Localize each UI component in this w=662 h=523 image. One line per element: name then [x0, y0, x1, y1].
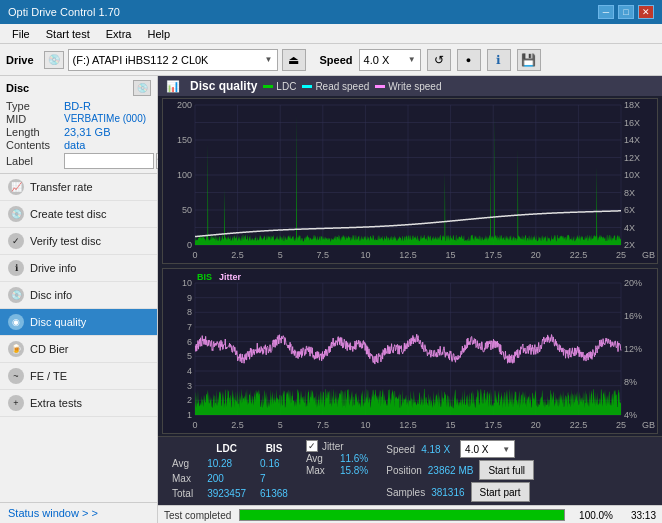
speed-value: 4.0 X	[364, 54, 390, 66]
left-panel: Disc 💿 Type BD-R MID VERBATIMe (000) Len…	[0, 76, 158, 523]
jitter-max-row: Max 15.8%	[306, 465, 368, 476]
length-value: 23,31 GB	[64, 126, 110, 138]
save-button[interactable]: 💾	[517, 49, 541, 71]
create-test-disc-icon: 💿	[8, 206, 24, 222]
nav-label-drive-info: Drive info	[30, 262, 76, 274]
jitter-max-label: Max	[306, 465, 336, 476]
write-speed-label: Write speed	[388, 81, 441, 92]
status-window-link[interactable]: Status window > >	[0, 502, 157, 523]
jitter-section: ✓ Jitter Avg 11.6% Max 15.8%	[306, 440, 368, 476]
start-full-button[interactable]: Start full	[479, 460, 534, 480]
stats-avg-row: Avg 10.28 0.16	[166, 457, 294, 470]
sidebar-item-create-test-disc[interactable]: 💿 Create test disc	[0, 201, 157, 228]
stats-table: LDC BIS Avg 10.28 0.16 Max 200 7 Total 3…	[164, 440, 296, 502]
speed-stat-value: 4.18 X	[421, 444, 450, 455]
sidebar-item-fe-te[interactable]: ~ FE / TE	[0, 363, 157, 390]
close-button[interactable]: ✕	[638, 5, 654, 19]
avg-label: Avg	[166, 457, 199, 470]
record-button[interactable]: ●	[457, 49, 481, 71]
nav-label-fe-te: FE / TE	[30, 370, 67, 382]
position-row: Position 23862 MB Start full	[386, 460, 534, 480]
stats-total-row: Total 3923457 61368	[166, 487, 294, 500]
info-button[interactable]: ℹ	[487, 49, 511, 71]
speed-chevron: ▼	[408, 55, 416, 64]
status-window-label: Status window > >	[8, 507, 98, 519]
legend-ldc: LDC	[263, 81, 296, 92]
max-ldc: 200	[201, 472, 252, 485]
menu-start-test[interactable]: Start test	[38, 27, 98, 41]
eject-button[interactable]: ⏏	[282, 49, 306, 71]
sidebar-item-transfer-rate[interactable]: 📈 Transfer rate	[0, 174, 157, 201]
chart-title: Disc quality	[190, 79, 257, 93]
start-part-button[interactable]: Start part	[471, 482, 530, 502]
drive-info-icon: ℹ	[8, 260, 24, 276]
progress-bar-area: Test completed 100.0% 33:13	[158, 505, 662, 523]
disc-section: Disc 💿 Type BD-R MID VERBATIMe (000) Len…	[0, 76, 157, 174]
jitter-avg-label: Avg	[306, 453, 336, 464]
sidebar-item-disc-quality[interactable]: ◉ Disc quality	[0, 309, 157, 336]
nav-label-verify-test-disc: Verify test disc	[30, 235, 101, 247]
avg-ldc: 10.28	[201, 457, 252, 470]
time-elapsed: 33:13	[621, 510, 656, 521]
sidebar-item-drive-info[interactable]: ℹ Drive info	[0, 255, 157, 282]
disc-label-row: Label ✎	[6, 153, 151, 169]
label-input[interactable]	[64, 153, 154, 169]
max-label: Max	[166, 472, 199, 485]
window-controls: ─ □ ✕	[598, 5, 654, 19]
jitter-checkbox[interactable]: ✓	[306, 440, 318, 452]
sidebar-item-disc-info[interactable]: 💿 Disc info	[0, 282, 157, 309]
mid-value: VERBATIMe (000)	[64, 113, 146, 125]
disc-image-icon: 💿	[133, 80, 151, 96]
menu-extra[interactable]: Extra	[98, 27, 140, 41]
ldc-col-header: LDC	[201, 442, 252, 455]
mid-label: MID	[6, 113, 64, 125]
chart1-canvas	[163, 99, 657, 263]
jitter-avg-row: Avg 11.6%	[306, 453, 368, 464]
cd-bier-icon: 🍺	[8, 341, 24, 357]
toolbar: Drive 💿 (F:) ATAPI iHBS112 2 CL0K ▼ ⏏ Sp…	[0, 44, 662, 76]
total-label: Total	[166, 487, 199, 500]
speed-stat-label: Speed	[386, 444, 415, 455]
right-stats: Speed 4.18 X 4.0 X ▼ Position 23862 MB S…	[386, 440, 534, 502]
jitter-max-val: 15.8%	[340, 465, 368, 476]
jitter-label: Jitter	[322, 441, 344, 452]
test-speed-dropdown[interactable]: 4.0 X ▼	[460, 440, 515, 458]
read-speed-label: Read speed	[315, 81, 369, 92]
legend-read-speed: Read speed	[302, 81, 369, 92]
bis-col-header: BIS	[254, 442, 294, 455]
chart-header-icon: 📊	[166, 80, 180, 93]
progress-percent: 100.0%	[573, 510, 613, 521]
jitter-header-row: ✓ Jitter	[306, 440, 368, 452]
type-value: BD-R	[64, 100, 91, 112]
sidebar-item-extra-tests[interactable]: + Extra tests	[0, 390, 157, 417]
refresh-button[interactable]: ↺	[427, 49, 451, 71]
menu-help[interactable]: Help	[139, 27, 178, 41]
menu-bar: File Start test Extra Help	[0, 24, 662, 44]
drive-dropdown[interactable]: (F:) ATAPI iHBS112 2 CL0K ▼	[68, 49, 278, 71]
speed-row: Speed 4.18 X 4.0 X ▼	[386, 440, 534, 458]
ldc-dot	[263, 85, 273, 88]
sidebar-item-verify-test-disc[interactable]: ✓ Verify test disc	[0, 228, 157, 255]
avg-bis: 0.16	[254, 457, 294, 470]
nav-label-extra-tests: Extra tests	[30, 397, 82, 409]
speed-dropdown[interactable]: 4.0 X ▼	[359, 49, 421, 71]
fe-te-icon: ~	[8, 368, 24, 384]
test-speed-value: 4.0 X	[465, 444, 488, 455]
disc-length-row: Length 23,31 GB	[6, 126, 151, 138]
sidebar-item-cd-bier[interactable]: 🍺 CD Bier	[0, 336, 157, 363]
main-area: Disc 💿 Type BD-R MID VERBATIMe (000) Len…	[0, 76, 662, 523]
drive-icon: 💿	[44, 51, 64, 69]
disc-info-icon: 💿	[8, 287, 24, 303]
minimize-button[interactable]: ─	[598, 5, 614, 19]
write-speed-dot	[375, 85, 385, 88]
menu-file[interactable]: File	[4, 27, 38, 41]
ldc-label: LDC	[276, 81, 296, 92]
total-ldc: 3923457	[201, 487, 252, 500]
drive-label: Drive	[6, 54, 34, 66]
contents-value: data	[64, 139, 85, 151]
drive-value: (F:) ATAPI iHBS112 2 CL0K	[73, 54, 209, 66]
maximize-button[interactable]: □	[618, 5, 634, 19]
title-bar: Opti Drive Control 1.70 ─ □ ✕	[0, 0, 662, 24]
samples-label: Samples	[386, 487, 425, 498]
status-text: Test completed	[164, 510, 231, 521]
